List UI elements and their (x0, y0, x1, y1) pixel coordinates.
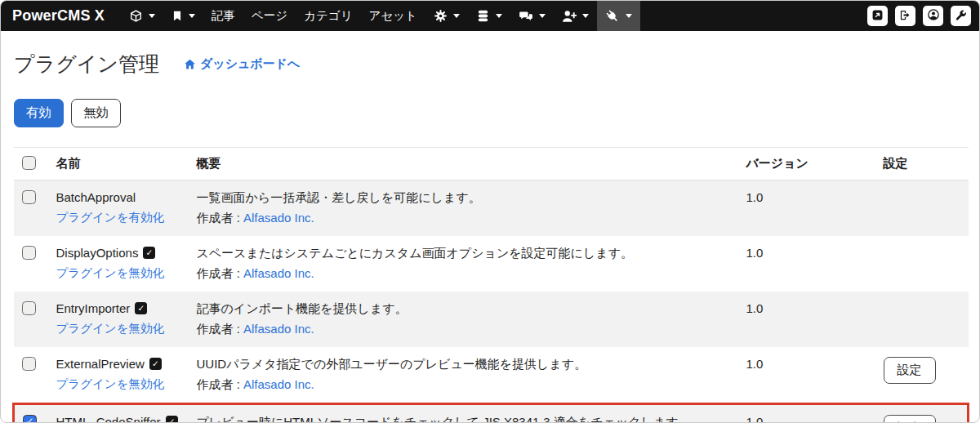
tools-button[interactable] (951, 6, 971, 26)
dashboard-link[interactable]: ダッシュボードへ (184, 56, 300, 72)
enabled-checkbox[interactable] (135, 302, 147, 314)
database-icon (476, 9, 490, 23)
nav-label: アセット (369, 8, 417, 24)
author-link[interactable]: Alfasado Inc. (243, 377, 314, 391)
plugin-author: 作成者 : Alfasado Inc. (197, 211, 733, 226)
page-title: プラグイン管理 (14, 51, 159, 78)
chevron-down-icon (539, 14, 546, 18)
top-navbar: PowerCMS X 記事 ページ カテゴリ アセット (1, 1, 979, 31)
row-checkbox[interactable] (23, 415, 37, 423)
plugin-summary: 一覧画面から一括承認・差し戻しを可能にします。 (197, 190, 733, 206)
table-row: HTML_CodeSniffer プラグインを無効化 プレビュー時にHTMLソー… (14, 403, 969, 423)
author-prefix: 作成者 : (197, 266, 240, 280)
plugin-summary: プレビュー時にHTMLソースコードをチェックして JIS X8341-3 適合を… (197, 415, 733, 423)
user-circle-icon (927, 8, 940, 24)
column-header-settings: 設定 (877, 147, 969, 180)
enabled-checkbox[interactable] (166, 416, 178, 423)
chevron-down-icon (582, 14, 589, 18)
row-checkbox[interactable] (22, 301, 36, 315)
row-checkbox[interactable] (22, 246, 36, 260)
plugin-version: 1.0 (740, 292, 877, 347)
nav-spaces-menu[interactable] (121, 1, 163, 31)
nav-label: ページ (252, 8, 287, 24)
column-header-summary: 概要 (190, 147, 740, 180)
chevron-down-icon (453, 14, 460, 18)
external-link-icon (871, 9, 884, 24)
plugins-table: 名前 概要 バージョン 設定 BatchApproval プラグインを有効化 一… (12, 147, 969, 423)
nav-bookmarks-menu[interactable] (163, 1, 203, 31)
toggle-plugin-link[interactable]: プラグインを無効化 (56, 321, 165, 336)
plugin-author: 作成者 : Alfasado Inc. (197, 322, 733, 337)
chevron-down-icon (189, 14, 195, 18)
table-row: DisplayOptions プラグインを無効化 スペースまたはシステムごとにカ… (14, 236, 969, 292)
column-header-version: バージョン (740, 147, 877, 180)
plugin-name: EntryImporter (56, 301, 131, 315)
toggle-plugin-link[interactable]: プラグインを有効化 (56, 210, 165, 225)
comments-icon (519, 9, 533, 24)
sign-out-icon (899, 9, 911, 24)
author-prefix: 作成者 : (197, 211, 240, 225)
dashboard-link-label: ダッシュボードへ (200, 56, 300, 72)
nav-settings-menu[interactable] (425, 1, 468, 31)
nav-item-assets[interactable]: アセット (361, 1, 425, 31)
plugin-summary: UUIDパラメタ指定での外部ユーザーのプレビュー機能を提供します。 (197, 357, 733, 372)
view-site-button[interactable] (867, 6, 888, 26)
plugin-name: BatchApproval (56, 190, 136, 204)
plugin-version: 1.0 (740, 180, 877, 236)
plug-icon (605, 9, 620, 24)
enabled-checkbox[interactable] (143, 247, 155, 259)
plugin-settings-button[interactable]: 設定 (884, 415, 936, 423)
row-checkbox[interactable] (22, 190, 36, 204)
nav-plugins-menu[interactable] (597, 1, 640, 31)
navbar-right-actions (867, 1, 971, 31)
nav-comments-menu[interactable] (510, 1, 554, 31)
filter-active-button[interactable]: 有効 (14, 99, 64, 127)
app-window: PowerCMS X 記事 ページ カテゴリ アセット (0, 0, 980, 423)
table-row: ExternalPreview プラグインを無効化 UUIDパラメタ指定での外部… (14, 347, 969, 404)
sign-out-button[interactable] (895, 6, 915, 26)
plugin-summary: スペースまたはシステムごとにカスタム画面オプションを設定可能にします。 (197, 246, 733, 261)
author-link[interactable]: Alfasado Inc. (243, 266, 314, 280)
row-checkbox[interactable] (22, 357, 36, 371)
nav-item-entries[interactable]: 記事 (203, 1, 243, 31)
cube-icon (129, 9, 143, 23)
chevron-down-icon (496, 14, 502, 18)
toggle-plugin-link[interactable]: プラグインを無効化 (56, 376, 165, 392)
author-link[interactable]: Alfasado Inc. (243, 322, 314, 336)
wrench-icon (955, 9, 967, 24)
nav-members-menu[interactable] (554, 1, 597, 31)
table-header-row: 名前 概要 バージョン 設定 (14, 147, 969, 180)
plugin-name: ExternalPreview (56, 357, 145, 371)
chevron-down-icon (626, 14, 632, 18)
author-prefix: 作成者 : (197, 322, 240, 336)
nav-label: カテゴリ (304, 8, 352, 24)
author-prefix: 作成者 : (197, 377, 240, 391)
table-row: BatchApproval プラグインを有効化 一覧画面から一括承認・差し戻しを… (14, 180, 969, 236)
select-all-checkbox[interactable] (22, 156, 36, 170)
nav-item-pages[interactable]: ページ (243, 1, 296, 31)
plugin-version: 1.0 (740, 403, 877, 423)
filter-inactive-button[interactable]: 無効 (71, 99, 121, 127)
plugin-author: 作成者 : Alfasado Inc. (197, 377, 733, 393)
plugin-settings-button[interactable]: 設定 (884, 357, 936, 384)
plugin-name: HTML_CodeSniffer (56, 415, 161, 423)
toggle-plugin-link[interactable]: プラグインを無効化 (56, 265, 165, 281)
author-link[interactable]: Alfasado Inc. (243, 211, 314, 225)
column-header-name: 名前 (50, 147, 190, 180)
nav-label: 記事 (212, 8, 235, 24)
enabled-checkbox[interactable] (149, 358, 162, 370)
table-row: EntryImporter プラグインを無効化 記事のインポート機能を提供します… (14, 292, 969, 347)
page-header: プラグイン管理 ダッシュボードへ (1, 31, 979, 78)
chevron-down-icon (149, 14, 155, 18)
plugin-summary: 記事のインポート機能を提供します。 (197, 301, 733, 317)
plugin-version: 1.0 (740, 236, 877, 292)
plugin-version: 1.0 (740, 347, 877, 404)
nav-database-menu[interactable] (468, 1, 510, 31)
status-filter-group: 有効 無効 (1, 78, 979, 127)
plugin-name: DisplayOptions (56, 246, 139, 260)
brand-logo[interactable]: PowerCMS X (12, 7, 105, 24)
plugin-author: 作成者 : Alfasado Inc. (197, 266, 733, 282)
nav-item-categories[interactable]: カテゴリ (296, 1, 360, 31)
account-button[interactable] (923, 6, 943, 26)
home-icon (184, 58, 196, 70)
